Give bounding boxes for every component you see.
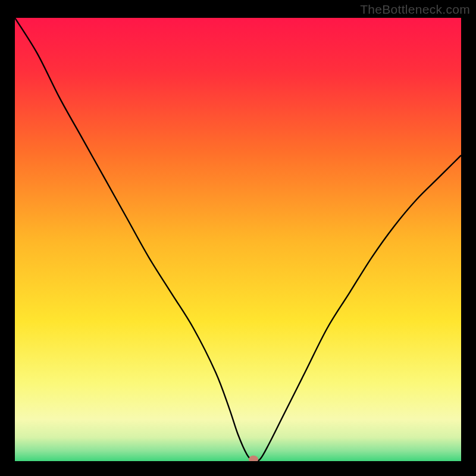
minimum-marker [249,456,258,462]
bottleneck-curve [15,18,461,461]
chart-container: TheBottleneck.com [0,0,476,476]
attribution-text: TheBottleneck.com [360,2,470,17]
plot-area [15,18,461,461]
